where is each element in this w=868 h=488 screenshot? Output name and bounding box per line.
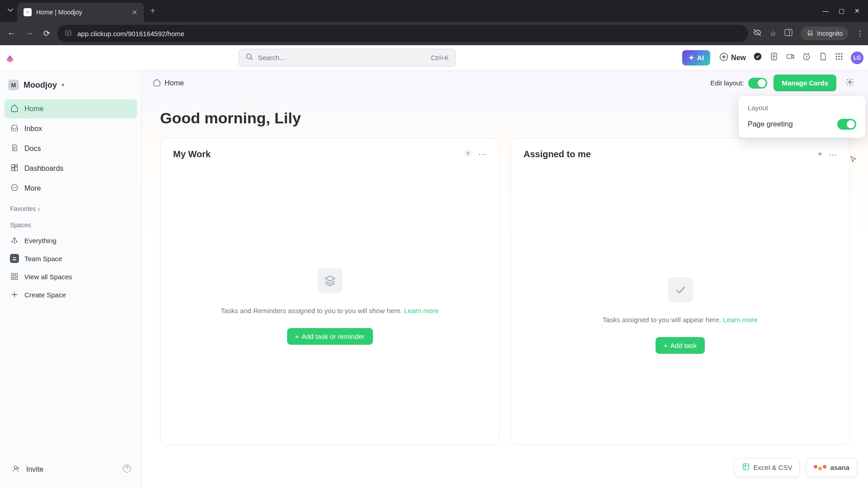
site-info-icon[interactable] [65,29,72,38]
back-button[interactable]: ← [5,26,18,41]
add-task-reminder-button[interactable]: + Add task or reminder [287,328,373,345]
svg-point-29 [16,241,18,243]
document-icon[interactable] [818,52,827,63]
breadcrumb[interactable]: Home [153,78,184,88]
avatar[interactable]: LG [851,52,863,64]
browser-menu-icon[interactable]: ⋮ [856,29,863,38]
excel-csv-badge[interactable]: Excel & CSV [734,458,800,477]
layout-popover: Layout Page greeting [739,96,865,138]
sidebar-item-more[interactable]: More [5,179,137,198]
search-input[interactable]: Search... Ctrl+K [239,49,456,67]
card-add-icon[interactable]: + [817,150,822,160]
search-placeholder: Search... [258,54,285,61]
asana-badge[interactable]: asana [806,458,857,477]
sidebar: M Moodjoy ▾ Home Inbox Docs Das [0,70,142,488]
sidebar-item-inbox[interactable]: Inbox [5,119,137,138]
space-label: Create Space [24,291,66,299]
ai-button[interactable]: ✦ AI [682,50,710,66]
person-plus-icon [12,465,21,474]
app-header: Search... Ctrl+K ✦ AI New [0,45,868,70]
svg-point-25 [14,187,15,188]
workspace-name: Moodjoy [24,80,57,90]
sparkle-icon: ✦ [689,54,694,62]
network-icon [10,236,19,245]
svg-point-10 [836,53,837,55]
close-window-icon[interactable]: ✕ [854,7,860,14]
forward-button[interactable]: → [23,26,36,41]
svg-rect-34 [15,273,18,276]
plus-icon: + [295,333,299,340]
address-bar[interactable]: app.clickup.com/9016164592/home [57,25,748,42]
bookmark-star-icon[interactable]: ☆ [770,29,776,38]
sidebar-item-dashboards[interactable]: Dashboards [5,159,137,178]
minimize-icon[interactable]: — [822,7,829,14]
sidebar-item-label: Home [24,105,44,113]
incognito-label: Incognito [817,30,843,37]
avatar-initials: LG [854,55,861,61]
manage-cards-button[interactable]: Manage Cards [774,75,836,91]
page-greeting-toggle-row[interactable]: Page greeting [748,119,856,130]
svg-line-4 [250,58,253,60]
svg-point-26 [15,187,16,188]
popover-option-label: Page greeting [748,120,793,128]
svg-point-32 [15,257,16,258]
learn-more-link[interactable]: Learn more [723,316,758,324]
svg-rect-21 [15,167,18,171]
favorites-section[interactable]: Favorites › [5,199,137,215]
toggle-on-icon[interactable] [748,78,767,89]
card-more-icon[interactable]: ⋯ [478,149,486,160]
side-panel-icon[interactable] [784,28,793,38]
svg-rect-19 [11,164,14,167]
breadcrumb-label: Home [165,79,184,87]
maximize-icon[interactable]: ▢ [839,7,844,14]
notepad-icon[interactable] [769,52,778,63]
video-icon[interactable] [786,52,795,63]
clickup-favicon [24,8,32,16]
eye-off-icon[interactable] [753,28,762,39]
create-space[interactable]: Create Space [5,286,137,304]
sidebar-item-label: Dashboards [24,164,63,173]
sidebar-item-home[interactable]: Home [5,99,137,118]
svg-point-24 [13,187,14,188]
new-tab-button[interactable]: + [144,6,162,16]
stack-icon [317,268,343,293]
invite-label: Invite [26,465,43,474]
card-my-work: My Work ⋯ Tasks and Reminders assigned t… [160,138,500,445]
clickup-logo-icon[interactable] [5,52,15,63]
svg-point-40 [467,152,469,155]
svg-point-28 [11,241,13,243]
alarm-icon[interactable] [802,52,811,63]
incognito-badge[interactable]: Incognito [801,27,848,40]
more-icon [10,183,19,193]
tab-list-dropdown[interactable] [4,7,17,15]
gear-icon[interactable] [843,75,857,91]
check-circle-icon[interactable] [753,52,762,63]
svg-point-3 [246,54,251,59]
svg-rect-22 [11,168,14,171]
card-settings-icon[interactable] [464,149,472,160]
new-button[interactable]: New [719,52,746,63]
space-view-all[interactable]: View all Spaces [5,267,137,286]
space-team[interactable]: Team Space [5,249,137,267]
workspace-switcher[interactable]: M Moodjoy ▾ [5,77,137,93]
help-icon[interactable] [123,464,132,475]
svg-point-15 [841,56,842,57]
reload-button[interactable]: ⟳ [41,26,53,41]
invite-button[interactable]: Invite [10,462,45,477]
add-task-button[interactable]: + Add task [656,337,705,354]
edit-layout-toggle[interactable]: Edit layout: [710,78,767,89]
svg-point-13 [836,56,837,57]
chevron-down-icon: ▾ [61,82,64,88]
sidebar-item-docs[interactable]: Docs [5,139,137,158]
apps-grid-icon[interactable] [835,52,844,63]
browser-tab[interactable]: Home | Moodjoy ✕ [17,3,144,22]
main-content: Home Edit layout: Manage Cards Good morn… [142,70,868,488]
new-label: New [731,54,746,62]
close-tab-icon[interactable]: ✕ [132,8,137,17]
svg-point-12 [841,53,842,55]
space-everything[interactable]: Everything [5,231,137,249]
workspace-badge: M [8,80,19,90]
learn-more-link[interactable]: Learn more [404,307,439,314]
toggle-on-icon[interactable] [837,119,856,130]
card-more-icon[interactable]: ⋯ [829,150,837,160]
